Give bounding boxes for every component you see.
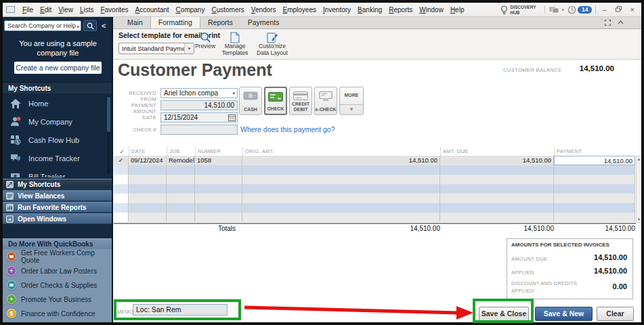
section-my-shortcuts[interactable]: My Shortcuts: [3, 179, 112, 190]
search-button[interactable]: [83, 20, 97, 31]
invoice-table-header: ✓ DATE JOB NUMBER ORIG. AMT. AMT. DUE PA…: [114, 147, 636, 156]
save-new-button[interactable]: Save & New: [535, 307, 593, 321]
collapse-ribbon-icon[interactable]: [618, 20, 624, 25]
payment-amount-field[interactable]: 14,510.00: [160, 100, 238, 110]
do-more-label: Promote Your Business: [21, 296, 91, 303]
close-button[interactable]: ×: [628, 3, 637, 17]
divider: [544, 5, 545, 14]
menu-window[interactable]: Window: [416, 6, 447, 14]
menu-help[interactable]: Help: [447, 6, 468, 14]
section-label: Open Windows: [18, 215, 66, 223]
row-number: 1058: [195, 156, 242, 165]
reminders-button[interactable]: 14: [567, 5, 592, 14]
do-more-checks-supplies[interactable]: Order Checks & Supplies: [3, 278, 112, 292]
menu-edit[interactable]: Edit: [37, 6, 55, 14]
menu-lists[interactable]: Lists: [77, 6, 98, 14]
discount-credits-label: DISCOUNT AND CREDITS APPLIED: [511, 280, 579, 295]
scroll-down-icon[interactable]: ▼: [637, 217, 641, 221]
menu-file[interactable]: File: [19, 6, 37, 14]
invoice-table: ✓ DATE JOB NUMBER ORIG. AMT. AMT. DUE PA…: [114, 147, 636, 233]
received-from-select[interactable]: Ariel Ichon compa ▾: [160, 88, 238, 98]
sidebar-item-home[interactable]: Home: [3, 94, 112, 112]
row-checkmark-icon[interactable]: ✓: [114, 156, 129, 165]
document-icon: [230, 32, 240, 43]
date-field[interactable]: 12/15/2024: [160, 112, 238, 123]
column-payment: PAYMENT: [554, 147, 635, 156]
calendar-icon[interactable]: [228, 114, 236, 121]
formatting-ribbon: Select template for email/print Intuit S…: [113, 29, 641, 60]
expand-icon[interactable]: [605, 20, 611, 26]
tab-payments[interactable]: Payments: [240, 17, 287, 28]
preview-label: Preview: [195, 43, 215, 50]
favorite-reports-icon: [6, 204, 14, 211]
template-dropdown[interactable]: Intuit Standard Paymer ▾: [119, 43, 194, 54]
sidebar: Search Company or Help ▾ < You are using…: [3, 17, 113, 322]
collapse-sidebar-button[interactable]: <: [102, 22, 106, 30]
menu-employees[interactable]: Employees: [279, 6, 319, 14]
totals-amt-due: 14,510.00: [440, 223, 554, 234]
do-more-labor-law-posters[interactable]: + Order Labor Law Posters: [3, 264, 112, 278]
clear-button[interactable]: Clear: [597, 307, 634, 321]
menu-customers[interactable]: Customers: [208, 6, 247, 14]
row-date: 09/12/2024: [129, 156, 167, 165]
menu-accountant[interactable]: Accountant: [132, 6, 173, 14]
table-scrollbar[interactable]: ▲ ▼: [636, 156, 642, 223]
menu-banking[interactable]: Banking: [354, 6, 385, 14]
customer-payment-form: Customer Payment CUSTOMER BALANCE 14,510…: [113, 60, 641, 322]
scroll-up-icon[interactable]: ▲: [637, 157, 641, 161]
menu-company[interactable]: Company: [173, 6, 209, 14]
my-shortcuts-icon: [6, 181, 14, 188]
search-icon: [87, 22, 94, 30]
menu-reports[interactable]: Reports: [385, 6, 416, 14]
menu-vendors[interactable]: Vendors: [248, 6, 280, 14]
section-view-balances[interactable]: View Balances: [3, 190, 112, 201]
preview-icon: [200, 32, 211, 43]
sidebar-item-my-company[interactable]: My Company: [3, 112, 112, 131]
sidebar-item-income-tracker[interactable]: Income Tracker: [3, 149, 112, 167]
tab-formatting[interactable]: Formatting: [150, 16, 200, 28]
cash-flow-hub-icon: $: [9, 135, 22, 146]
my-company-icon: [9, 116, 22, 127]
payment-method-check[interactable]: CHECK: [264, 87, 287, 115]
tab-main[interactable]: Main: [120, 17, 150, 28]
e-check-label: e-CHECK: [315, 107, 336, 112]
menu-favorites[interactable]: Favorites: [97, 6, 131, 14]
payment-method-more[interactable]: MORE ▼: [339, 87, 364, 115]
discovery-hub-button[interactable]: DISCOVERY HUB: [500, 5, 541, 15]
section-run-favorite-reports[interactable]: Run Favorite Reports: [3, 202, 112, 213]
payment-method-credit-debit[interactable]: CREDIT DEBIT: [289, 87, 312, 115]
caret-down-icon: ▾: [232, 89, 235, 98]
payment-method-echeck[interactable]: e-CHECK: [314, 87, 337, 115]
restore-button[interactable]: [613, 3, 624, 17]
section-open-windows[interactable]: Open Windows: [3, 213, 112, 224]
ribbon-tab-bar: Main Formatting Reports Payments: [113, 17, 641, 29]
do-more-finance-confidence[interactable]: $ Finance with Confidence: [3, 307, 112, 320]
restore-icon: [616, 6, 622, 12]
menu-view[interactable]: View: [55, 6, 77, 14]
search-placeholder: Search Company or Help: [7, 22, 76, 29]
shortcuts-list: Home My Company $ Cash Flow Hub Income T…: [3, 94, 112, 177]
customize-data-layout-button[interactable]: Customize Data Layout: [252, 32, 293, 57]
create-company-file-button[interactable]: Create a new company file: [14, 62, 102, 74]
manage-templates-button[interactable]: Manage Templates: [218, 32, 252, 57]
sidebar-horizontal-scrollbar[interactable]: [51, 176, 62, 178]
tab-reports[interactable]: Reports: [200, 17, 240, 28]
search-input[interactable]: Search Company or Help ▾: [4, 20, 81, 31]
view-balances-icon: [6, 192, 14, 200]
payment-method-cash[interactable]: CASH: [239, 87, 262, 115]
menu-inventory[interactable]: Inventory: [320, 6, 354, 14]
sidebar-scrollbar[interactable]: [107, 95, 110, 174]
sidebar-item-cash-flow-hub[interactable]: $ Cash Flow Hub: [3, 131, 112, 149]
preview-button[interactable]: Preview: [193, 32, 217, 50]
check-icon: [268, 92, 283, 102]
invoice-row[interactable]: ✓ 09/12/2024 Remodel 1058 14,510.00 14,5…: [114, 156, 636, 165]
do-more-workers-comp[interactable]: Get Free Workers Comp Quote: [3, 250, 112, 263]
check-number-field[interactable]: [160, 125, 238, 135]
minimize-button[interactable]: –: [599, 3, 609, 17]
row-payment[interactable]: 14,510.00: [554, 156, 635, 165]
where-payment-link[interactable]: Where does this payment go?: [240, 125, 335, 133]
do-more-promote-business[interactable]: + Promote Your Business: [3, 292, 112, 306]
triangle-down-icon: ▼: [340, 104, 363, 114]
multi-monitor-button[interactable]: ▾: [549, 6, 564, 14]
checkmark-column-icon: ✓: [114, 147, 129, 156]
